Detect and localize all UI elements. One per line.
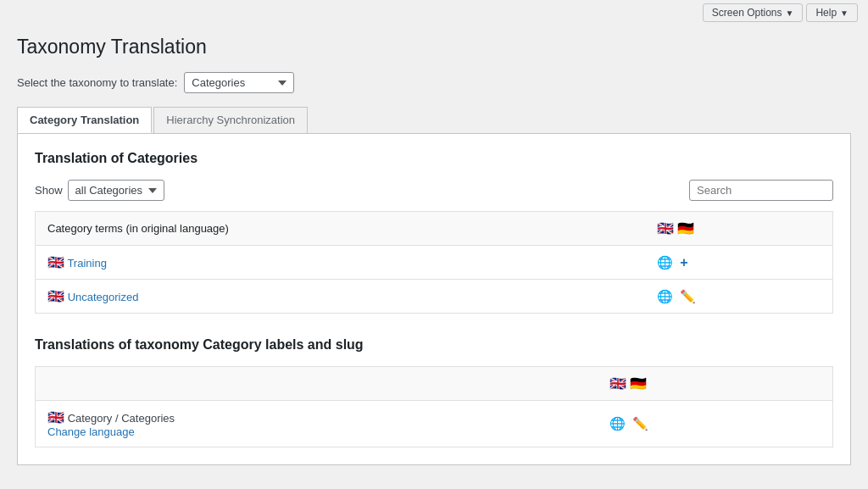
flag-en: 🇬🇧 <box>657 220 674 236</box>
show-dropdown[interactable]: all Categories untranslated translated <box>68 180 164 201</box>
taxonomy-selector: Select the taxonomy to translate: Catego… <box>17 72 851 93</box>
taxonomy-labels-section: Translations of taxonomy Category labels… <box>35 337 833 447</box>
screen-options-caret: ▼ <box>786 8 794 18</box>
tabs-container: Category Translation Hierarchy Synchroni… <box>17 107 851 133</box>
labels-table: 🇬🇧 🇩🇪 🇬🇧 Category / Categories Change la <box>35 366 833 447</box>
globe-icon[interactable]: 🌐 <box>657 289 673 304</box>
labels-col-empty <box>36 367 598 401</box>
labels-flag-de: 🇩🇪 <box>630 375 647 392</box>
action-icons-uncategorized: 🌐 ✏️ <box>657 289 696 304</box>
actions-cell: 🌐 ✏️ <box>645 280 832 314</box>
col-flags-header: 🇬🇧 🇩🇪 <box>645 212 832 246</box>
change-language-link[interactable]: Change language <box>47 425 135 438</box>
label-action-icons: 🌐 ✏️ <box>609 416 648 431</box>
actions-cell: 🌐 + <box>645 246 832 280</box>
globe-icon[interactable]: 🌐 <box>609 416 626 431</box>
labels-header-flags: 🇬🇧 🇩🇪 <box>609 375 647 392</box>
top-bar: Screen Options ▼ Help ▼ <box>0 0 868 25</box>
label-row-flag: 🇬🇧 <box>47 410 64 425</box>
term-link-uncategorized[interactable]: Uncategorized <box>68 291 139 303</box>
row-flag-en: 🇬🇧 <box>47 289 64 303</box>
add-icon[interactable]: + <box>680 255 687 270</box>
edit-icon[interactable]: ✏️ <box>632 416 648 431</box>
screen-options-button[interactable]: Screen Options ▼ <box>703 3 804 22</box>
label-term-cell: 🇬🇧 Category / Categories Change language <box>36 401 598 447</box>
table-row: 🇬🇧 Category / Categories Change language… <box>36 401 833 447</box>
page-content: Taxonomy Translation Select the taxonomy… <box>0 25 868 482</box>
globe-icon[interactable]: 🌐 <box>657 255 673 270</box>
header-flags: 🇬🇧 🇩🇪 <box>657 220 694 236</box>
table-header-row: Category terms (in original language) 🇬🇧… <box>36 212 833 246</box>
filter-bar-left: Show all Categories untranslated transla… <box>35 180 164 201</box>
main-panel: Translation of Categories Show all Categ… <box>17 133 851 465</box>
label-actions-cell: 🌐 ✏️ <box>598 401 832 447</box>
screen-options-label: Screen Options <box>712 7 782 19</box>
filter-bar: Show all Categories untranslated transla… <box>35 180 833 201</box>
edit-icon[interactable]: ✏️ <box>680 289 696 304</box>
search-input[interactable] <box>689 180 833 201</box>
action-icons-training: 🌐 + <box>657 255 687 270</box>
labels-flag-en: 🇬🇧 <box>609 375 626 392</box>
tab-category-translation[interactable]: Category Translation <box>17 107 152 133</box>
labels-section-title: Translations of taxonomy Category labels… <box>35 337 833 353</box>
page-title: Taxonomy Translation <box>17 36 851 58</box>
table-row: 🇬🇧 Training 🌐 + <box>36 246 833 280</box>
labels-col-flags: 🇬🇧 🇩🇪 <box>598 367 832 401</box>
term-cell: 🇬🇧 Training <box>36 246 646 280</box>
flag-de: 🇩🇪 <box>677 220 694 236</box>
help-button[interactable]: Help ▼ <box>806 3 858 22</box>
labels-header-row: 🇬🇧 🇩🇪 <box>36 367 833 401</box>
term-cell: 🇬🇧 Uncategorized <box>36 280 646 314</box>
category-section-title: Translation of Categories <box>35 151 833 166</box>
label-term-text: Category / Categories <box>68 412 175 425</box>
col-term-header: Category terms (in original language) <box>36 212 646 246</box>
tab-hierarchy-synchronization[interactable]: Hierarchy Synchronization <box>153 107 308 133</box>
table-row: 🇬🇧 Uncategorized 🌐 ✏️ <box>36 280 833 314</box>
taxonomy-selector-label: Select the taxonomy to translate: <box>17 76 177 89</box>
help-label: Help <box>815 7 837 19</box>
show-label: Show <box>35 184 63 197</box>
term-link-training[interactable]: Training <box>67 257 106 270</box>
row-flag-en: 🇬🇧 <box>47 255 64 270</box>
category-translation-section: Translation of Categories Show all Categ… <box>35 151 833 314</box>
help-caret: ▼ <box>840 8 849 18</box>
categories-table: Category terms (in original language) 🇬🇧… <box>35 211 833 314</box>
taxonomy-dropdown[interactable]: Categories Tags Post Formats <box>184 72 294 93</box>
